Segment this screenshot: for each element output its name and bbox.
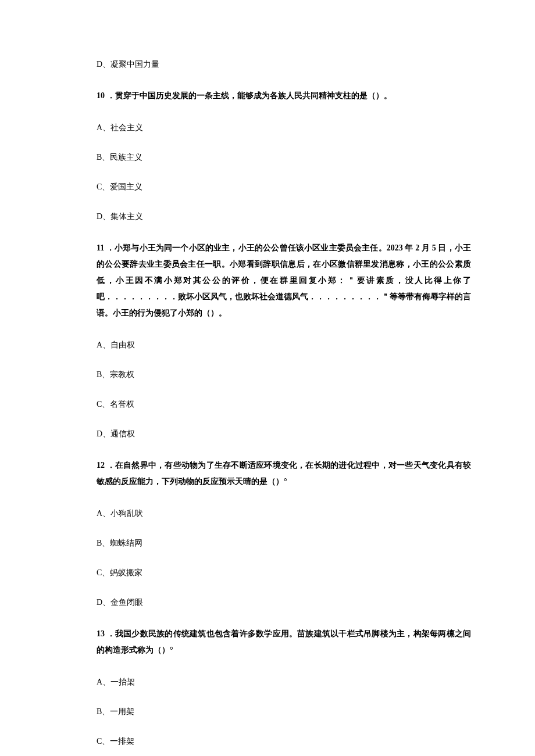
q10-option-c: C、爱国主义 (97, 181, 471, 193)
q13-option-b: B、一用架 (97, 705, 471, 718)
document-page: D、凝聚中国力量 10 ．贯穿于中国历史发展的一条主线，能够成为各族人民共同精神… (0, 0, 535, 756)
q10-stem: 10 ．贯穿于中国历史发展的一条主线，能够成为各族人民共同精神支柱的是（）。 (97, 88, 471, 104)
q10-option-a: A、社会主义 (97, 121, 471, 134)
q11-stem: 11 ．小郑与小王为同一个小区的业主，小王的公公曾任该小区业主委员会主任。202… (97, 240, 471, 321)
q9-option-d: D、凝聚中国力量 (97, 58, 471, 70)
q12-option-a: A、小狗乱吠 (97, 507, 471, 519)
q12-option-b: B、蜘蛛结网 (97, 537, 471, 549)
q11-option-c: C、名誉权 (97, 398, 471, 410)
q11-option-a: A、自由权 (97, 339, 471, 351)
q13-option-a: A、一抬架 (97, 676, 471, 688)
q12-number: 12 ．在自然界中，有些动物为了生存不断适应环境变化，在长期的进化过程中，对一些… (97, 461, 471, 486)
q11-option-b: B、宗教权 (97, 368, 471, 381)
q11-number: 11 ．小郑与小王为同一个小区的业主，小王的公公曾任该小区业主委员会主任。202… (97, 243, 471, 317)
q13-number: 13 ．我国少数民族的传统建筑也包含着许多数学应用。苗族建筑以干栏式吊脚楼为主，… (97, 629, 471, 654)
q11-option-d: D、通信权 (97, 428, 471, 440)
q10-option-b: B、民族主义 (97, 151, 471, 163)
q12-stem: 12 ．在自然界中，有些动物为了生存不断适应环境变化，在长期的进化过程中，对一些… (97, 457, 471, 490)
q13-option-c: C、一排架 (97, 735, 471, 747)
q10-number: 10 ．贯穿于中国历史发展的一条主线，能够成为各族人民共同精神支柱的是（）。 (97, 91, 392, 100)
q12-option-d: D、金鱼闭眼 (97, 596, 471, 608)
q10-option-d: D、集体主义 (97, 210, 471, 223)
q13-stem: 13 ．我国少数民族的传统建筑也包含着许多数学应用。苗族建筑以干栏式吊脚楼为主，… (97, 626, 471, 658)
q12-option-c: C、蚂蚁搬家 (97, 567, 471, 579)
